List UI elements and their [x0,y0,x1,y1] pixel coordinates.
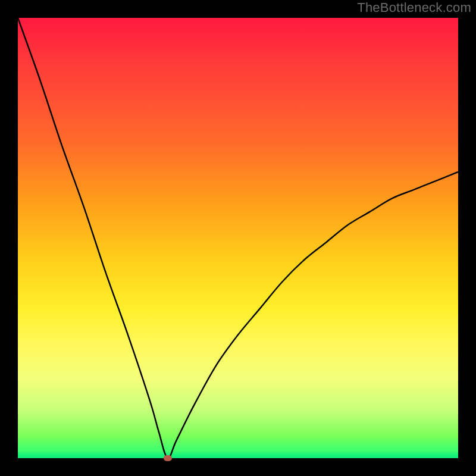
plot-outer [18,18,458,458]
bottleneck-curve [18,18,458,458]
chart-frame: TheBottleneck.com [0,0,476,476]
watermark-text: TheBottleneck.com [357,0,471,15]
minimum-marker [164,455,172,461]
